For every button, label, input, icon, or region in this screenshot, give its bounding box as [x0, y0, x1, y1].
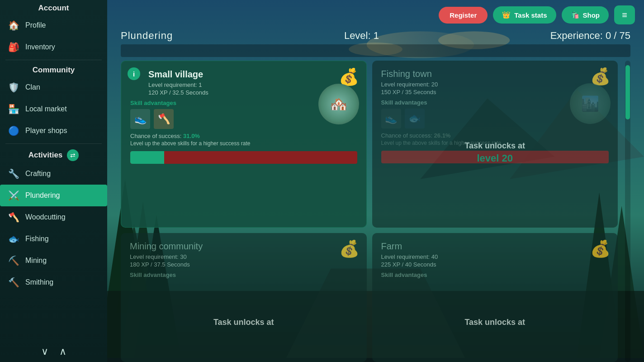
sidebar-item-profile[interactable]: 🏠 Profile [0, 14, 107, 36]
plundering-icon: ⚔️ [7, 189, 20, 202]
chance-text-1: Chance of success: 31.0% [130, 133, 357, 139]
sidebar: Account 🏠 Profile 🎒 Inventory Community … [0, 0, 107, 362]
profile-label: Profile [25, 21, 46, 29]
task-card-fishing-town[interactable]: Fishing town Level requirement: 20 150 X… [372, 61, 618, 228]
scrollbar-track[interactable] [625, 61, 630, 362]
hamburger-icon: ≡ [622, 10, 627, 20]
progress-fill-1 [130, 151, 164, 164]
clan-label: Clan [25, 83, 40, 91]
main-content: Register 👑 Task stats 🛍️ Shop ≡ Plunderi… [107, 0, 644, 362]
shoe-icon: 👟 [130, 109, 150, 129]
profile-icon: 🏠 [7, 19, 20, 32]
skill-info-row: Plundering Level: 1 Experience: 0 / 75 [121, 30, 630, 42]
axe-skill-icon: 🪓 [154, 109, 174, 129]
shop-button[interactable]: 🛍️ Shop [562, 6, 609, 24]
sidebar-item-fishing[interactable]: 🐟 Fishing [0, 228, 107, 250]
task-unlock-title-3: Task unlocks at [213, 318, 274, 327]
sidebar-item-clan[interactable]: 🛡️ Clan [0, 76, 107, 98]
task-unlock-overlay-mining-community: Task unlocks at [213, 318, 274, 329]
money-bag-icon-3: 💰 [339, 239, 360, 258]
card-title-farm: Farm [381, 241, 609, 252]
topbar: Register 👑 Task stats 🛍️ Shop ≡ [107, 0, 644, 30]
skill-advantages-label-3: Skill advantages [130, 272, 358, 278]
menu-button[interactable]: ≡ [614, 5, 635, 24]
card-req-mining-community: Level requirement: 30 [130, 253, 358, 260]
card-title-small-village: Small village [148, 69, 357, 80]
crafting-icon: 🔧 [7, 167, 20, 180]
clan-icon: 🛡️ [7, 81, 20, 94]
sidebar-item-plundering[interactable]: ⚔️ Plundering [0, 185, 107, 206]
skill-xp: Experience: 0 / 75 [550, 30, 630, 42]
chance-text-2: Chance of success: 26.1% [381, 132, 609, 139]
player-shops-label: Player shops [25, 127, 67, 135]
skill-name: Plundering [121, 30, 173, 42]
card-xp-mining-community: 180 XP / 37.5 Seconds [130, 261, 358, 268]
scrollbar-thumb[interactable] [625, 65, 630, 119]
sidebar-item-mining[interactable]: ⛏️ Mining [0, 250, 107, 272]
smithing-icon: 🔨 [7, 276, 20, 289]
community-section-label: Community [0, 62, 107, 76]
task-unlock-level-2: level 20 [464, 152, 525, 164]
money-bag-icon-4: 💰 [590, 239, 611, 258]
card-req-fishing-town: Level requirement: 20 [381, 81, 609, 88]
sidebar-item-local-market[interactable]: 🏪 Local market [0, 98, 107, 120]
task-card-mining-community[interactable]: Mining community Level requirement: 30 1… [121, 233, 367, 362]
card-title-mining-community: Mining community [130, 241, 358, 252]
woodcutting-icon: 🪓 [7, 211, 20, 224]
register-button[interactable]: Register [439, 7, 488, 24]
crown-icon: 👑 [502, 11, 511, 19]
taskstats-button[interactable]: 👑 Task stats [493, 6, 556, 24]
sidebar-item-woodcutting[interactable]: 🪓 Woodcutting [0, 206, 107, 228]
divider-2 [5, 143, 102, 144]
sidebar-item-crafting[interactable]: 🔧 Crafting [0, 163, 107, 185]
scroll-down-button[interactable]: ∨ [41, 346, 48, 357]
local-market-label: Local market [25, 105, 67, 113]
task-unlock-overlay-farm: Task unlocks at [464, 318, 525, 329]
progress-bar-1 [130, 151, 357, 164]
xp-bar [121, 44, 630, 57]
info-button-small-village[interactable]: i [128, 67, 140, 80]
market-icon: 🏪 [7, 103, 20, 115]
chance-hint-2: Level up the above skills for a higher s… [381, 140, 609, 146]
skill-advantages-label-4: Skill advantages [381, 272, 609, 278]
sidebar-item-smithing[interactable]: 🔨 Smithing [0, 272, 107, 293]
shop-icon: 🛍️ [571, 11, 579, 19]
plundering-label: Plundering [25, 191, 60, 200]
inventory-label: Inventory [25, 43, 55, 51]
card-xp-farm: 225 XP / 40 Seconds [381, 261, 609, 268]
taskstats-label: Task stats [514, 11, 547, 19]
fish-skill-icon: 🐟 [405, 109, 425, 129]
activities-header: Activities ⇄ [0, 146, 107, 163]
player-shops-icon: 🔵 [7, 124, 20, 137]
card-title-fishing-town: Fishing town [381, 69, 609, 79]
task-card-small-village[interactable]: i Small village Level requirement: 1 120… [121, 61, 367, 228]
task-unlock-title-4: Task unlocks at [464, 318, 525, 327]
cards-grid: i Small village Level requirement: 1 120… [121, 61, 621, 362]
account-section-label: Account [0, 0, 107, 14]
skillbar-area: Plundering Level: 1 Experience: 0 / 75 [107, 30, 644, 57]
mining-icon: ⛏️ [7, 254, 20, 267]
activities-label: Activities [28, 151, 63, 160]
cards-area: i Small village Level requirement: 1 120… [107, 61, 644, 362]
sidebar-bottom: ∨ ∧ [0, 340, 107, 362]
inventory-icon: 🎒 [7, 41, 20, 53]
shoe-icon-2: 👟 [381, 109, 401, 129]
skill-icons-row-2: 👟 🐟 [381, 109, 609, 129]
scene-image-small-village: 🏘️ [318, 84, 359, 124]
shop-label: Shop [583, 11, 600, 19]
card-req-farm: Level requirement: 40 [381, 253, 609, 260]
fishing-label: Fishing [25, 235, 49, 243]
smithing-label: Smithing [25, 278, 53, 286]
crafting-label: Crafting [25, 170, 51, 178]
fishing-icon: 🐟 [7, 233, 20, 245]
task-card-farm[interactable]: Farm Level requirement: 40 225 XP / 40 S… [372, 233, 618, 362]
divider-1 [5, 60, 102, 60]
card-req-small-village: Level requirement: 1 [148, 81, 357, 88]
mining-label: Mining [25, 257, 47, 265]
sidebar-item-inventory[interactable]: 🎒 Inventory [0, 36, 107, 58]
skill-level: Level: 1 [344, 30, 379, 42]
scroll-up-button[interactable]: ∧ [59, 346, 66, 357]
activities-swap-button[interactable]: ⇄ [67, 149, 79, 161]
chance-hint-1: Level up the above skills for a higher s… [130, 140, 357, 147]
sidebar-item-player-shops[interactable]: 🔵 Player shops [0, 120, 107, 142]
